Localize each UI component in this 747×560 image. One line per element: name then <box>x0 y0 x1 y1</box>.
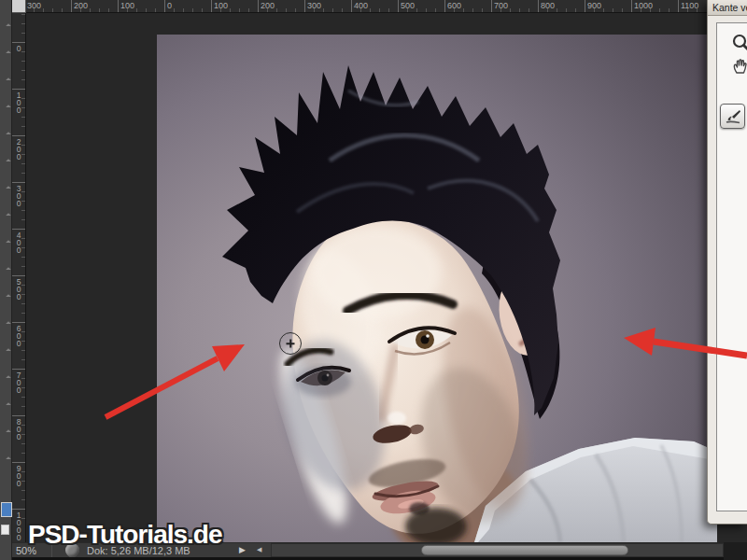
tool-flyout-triangle-icon <box>6 429 11 435</box>
brush-icon <box>725 108 741 125</box>
foreground-color-swatch[interactable] <box>1 502 12 517</box>
ruler-corner <box>12 0 26 13</box>
h-ruler-label: 800 <box>541 1 555 10</box>
h-ruler-label: 100 <box>214 1 228 10</box>
refine-edge-panel[interactable]: Kante ve <box>707 0 747 525</box>
brush-cursor <box>279 332 302 355</box>
tool-flyout-triangle-icon <box>6 375 11 381</box>
tool-flyout-triangle-icon <box>6 456 11 462</box>
tool-flyout-triangle-icon <box>6 159 11 164</box>
h-ruler-label: 0 <box>167 1 172 10</box>
h-ruler-label: 200 <box>261 1 275 10</box>
tool-flyout-triangle-icon <box>6 77 11 83</box>
h-ruler-label: 100 <box>120 1 134 10</box>
tool-flyout-triangle-icon <box>6 23 11 29</box>
refine-edge-tool-column <box>716 22 747 511</box>
tool-flyout-triangle-icon <box>6 186 11 191</box>
hand-tool-icon[interactable] <box>732 58 747 75</box>
document-canvas[interactable] <box>26 13 747 542</box>
h-ruler-label: 700 <box>494 1 508 10</box>
horizontal-scrollbar-thumb[interactable] <box>421 545 628 555</box>
horizontal-scrollbar[interactable] <box>271 543 724 557</box>
h-ruler-label: 1000 <box>634 1 653 10</box>
scrollbar-corner <box>724 542 747 560</box>
refine-edge-panel-title[interactable]: Kante ve <box>708 0 747 16</box>
h-ruler-label: 900 <box>587 1 601 10</box>
v-ruler-label: 600 <box>14 324 23 346</box>
tool-flyout-triangle-icon <box>6 50 11 56</box>
scroll-left-arrow-icon[interactable]: ◀ <box>257 546 261 553</box>
tool-flyout-triangle-icon <box>6 267 11 273</box>
v-ruler-label: 700 <box>14 371 23 393</box>
watermark: PSD-Tutorials.de <box>28 520 222 550</box>
tool-flyout-triangle-icon <box>6 240 11 245</box>
portrait-photo <box>157 35 717 542</box>
h-ruler-label: 1100 <box>681 1 698 10</box>
h-ruler-label: 400 <box>354 1 368 10</box>
tool-flyout-triangle-icon <box>6 294 11 300</box>
tool-flyout-triangle-icon <box>6 348 11 354</box>
v-ruler-label: 400 <box>14 231 23 253</box>
h-ruler-label: 300 <box>307 1 321 10</box>
tool-flyout-triangle-icon <box>6 132 11 137</box>
v-ruler-label: 200 <box>14 137 23 160</box>
h-ruler-label: 200 <box>74 1 88 10</box>
status-menu-arrow-icon[interactable]: ▶ <box>239 545 246 554</box>
v-ruler-label: 800 <box>14 417 23 440</box>
background-color-swatch[interactable] <box>1 525 9 535</box>
v-ruler-label: 500 <box>14 277 23 300</box>
tool-palette-edge[interactable] <box>0 0 12 560</box>
v-ruler-label: 0 <box>14 44 23 51</box>
refine-radius-tool-button[interactable] <box>720 104 745 129</box>
v-ruler-label: 900 <box>14 464 23 486</box>
h-ruler-label: 500 <box>401 1 415 10</box>
tool-flyout-triangle-icon <box>6 321 11 327</box>
v-ruler-label: 300 <box>14 184 23 206</box>
h-ruler-label: 600 <box>447 1 461 10</box>
photoshop-window: 3002001000100200300400500600700800900100… <box>0 0 747 560</box>
h-ruler-label: 300 <box>27 1 41 10</box>
tool-flyout-triangle-icon <box>6 402 11 408</box>
zoom-tool-icon[interactable] <box>732 34 747 52</box>
horizontal-ruler: 3002001000100200300400500600700800900100… <box>26 0 707 13</box>
v-ruler-label: 100 <box>14 91 23 113</box>
vertical-ruler: 01002003004005006007008009001000 <box>12 13 26 542</box>
tool-flyout-triangle-icon <box>6 105 11 110</box>
v-ruler-label: 1000 <box>14 511 23 540</box>
tool-flyout-triangle-icon <box>6 213 11 218</box>
